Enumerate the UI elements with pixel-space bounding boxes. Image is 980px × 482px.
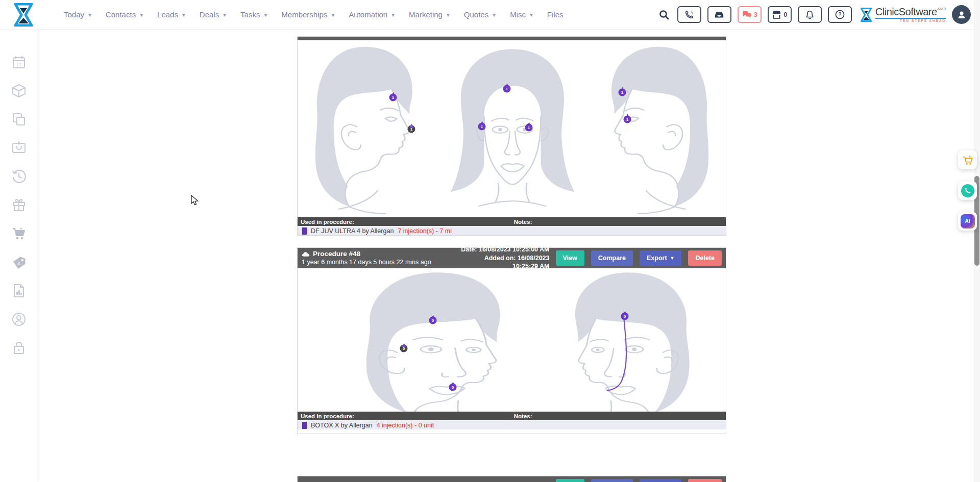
export-button[interactable]: Export▼ bbox=[640, 479, 682, 482]
help-button[interactable]: ? bbox=[828, 6, 852, 23]
chevron-down-icon: ▼ bbox=[87, 12, 92, 18]
nav-leads[interactable]: Leads▼ bbox=[157, 10, 186, 19]
compare-button[interactable]: Compare bbox=[591, 250, 633, 266]
injection-pin[interactable]: 1 bbox=[478, 123, 486, 131]
face-profile-right-image bbox=[584, 43, 726, 215]
store-icon bbox=[772, 10, 781, 19]
price-tag-icon[interactable]: $ bbox=[10, 253, 27, 270]
store-badge: 0 bbox=[783, 11, 787, 18]
chevron-down-icon: ▼ bbox=[222, 12, 227, 18]
phone-button[interactable] bbox=[677, 6, 701, 23]
procedure-card-48: Procedure #48 1 year 6 months 17 days 5 … bbox=[297, 247, 726, 434]
chevron-down-icon: ▼ bbox=[492, 12, 497, 18]
clinicsoftware-logo[interactable]: ClinicSoftware.com TEN STEPS AHEAD bbox=[860, 7, 946, 23]
notifications-button[interactable] bbox=[798, 6, 822, 23]
cart-icon[interactable] bbox=[10, 225, 27, 242]
injection-pin[interactable]: 0 bbox=[621, 313, 629, 320]
injection-pin[interactable]: 0 bbox=[429, 317, 437, 324]
nav-memberships[interactable]: Memberships▼ bbox=[281, 10, 335, 19]
injection-pin[interactable]: 0 bbox=[449, 384, 457, 391]
app-logo-hourglass-icon[interactable] bbox=[13, 3, 34, 27]
whatsapp-icon bbox=[961, 184, 974, 197]
nav-files[interactable]: Files bbox=[547, 10, 564, 19]
injection-pin[interactable]: 1 bbox=[389, 94, 397, 102]
calendar-icon[interactable]: 12 bbox=[10, 54, 27, 70]
copy-icon[interactable] bbox=[10, 111, 27, 128]
product-name: BOTOX X by Allergan bbox=[311, 422, 373, 429]
delete-button[interactable]: Delete bbox=[688, 479, 722, 482]
nav-automation[interactable]: Automation▼ bbox=[349, 10, 396, 19]
used-in-procedure-bar: Used in procedure: Notes: bbox=[298, 412, 726, 420]
floating-cart-button[interactable] bbox=[958, 150, 977, 169]
nav-contacts[interactable]: Contacts▼ bbox=[106, 10, 144, 19]
chevron-down-icon: ▼ bbox=[263, 12, 268, 18]
clinic-software-app: Today▼ Contacts▼ Leads▼ Deals▼ Tasks▼ Me… bbox=[0, 0, 980, 482]
cloud-icon bbox=[302, 251, 310, 257]
product-usage: 7 injection(s) - 7 ml bbox=[398, 227, 452, 235]
bell-icon bbox=[805, 10, 814, 19]
chevron-down-icon: ▼ bbox=[529, 12, 534, 18]
export-button[interactable]: Export▼ bbox=[640, 250, 682, 266]
chevron-down-icon: ▼ bbox=[446, 12, 451, 18]
injection-pin[interactable]: 1 bbox=[619, 89, 626, 96]
product-color-swatch bbox=[302, 227, 307, 235]
procedure-age: 1 year 6 months 17 days 5 hours 22 mins … bbox=[302, 259, 460, 267]
svg-text:12: 12 bbox=[16, 62, 21, 67]
user-avatar[interactable] bbox=[952, 5, 971, 24]
injection-pin-dark[interactable]: 1 bbox=[408, 125, 415, 133]
product-color-swatch bbox=[302, 422, 307, 429]
left-sidebar: 12 $ bbox=[0, 29, 37, 482]
face-threequarter-right-image bbox=[323, 268, 532, 412]
procedure-dates: Date: 16/08/2023 10:25:00 AM Added on: 1… bbox=[460, 245, 556, 271]
store-button[interactable]: 0 bbox=[768, 6, 792, 23]
nav-today[interactable]: Today▼ bbox=[64, 10, 92, 19]
compare-button[interactable]: Compare bbox=[591, 479, 633, 482]
face-diagram-area: 0 0 0 0 bbox=[298, 268, 726, 412]
report-icon[interactable] bbox=[10, 282, 27, 299]
nav-marketing[interactable]: Marketing▼ bbox=[409, 10, 451, 19]
chevron-down-icon: ▼ bbox=[330, 12, 335, 18]
face-diagram-area: 1 1 1 1 1 1 1 bbox=[298, 40, 726, 217]
face-threequarter-left-image bbox=[548, 268, 726, 412]
chat-button[interactable]: 3 bbox=[738, 6, 762, 23]
injection-pin-dark[interactable]: 0 bbox=[400, 345, 408, 352]
injection-pin[interactable]: 1 bbox=[624, 116, 631, 123]
ai-icon: AI bbox=[961, 214, 975, 229]
content-area: 1 1 1 1 1 1 1 Used in procedure: Notes: … bbox=[37, 29, 980, 482]
nav-deals[interactable]: Deals▼ bbox=[200, 10, 227, 19]
card-header: Procedure #1 Date: 10/08/2023 07:33:00 A… bbox=[298, 476, 726, 482]
view-button[interactable]: View bbox=[556, 250, 584, 266]
nav-quotes[interactable]: Quotes▼ bbox=[464, 10, 497, 19]
floating-ai-button[interactable]: AI bbox=[958, 212, 977, 231]
face-front-image bbox=[442, 43, 583, 215]
chat-badge: 3 bbox=[754, 11, 757, 18]
procedure-card-previous: 1 1 1 1 1 1 1 Used in procedure: Notes: … bbox=[297, 36, 726, 236]
chevron-down-icon: ▼ bbox=[670, 256, 675, 261]
inbox-button[interactable] bbox=[707, 6, 731, 23]
account-icon[interactable] bbox=[10, 311, 27, 327]
nav-misc[interactable]: Misc▼ bbox=[510, 10, 534, 19]
svg-text:?: ? bbox=[838, 12, 841, 17]
main-navigation: Today▼ Contacts▼ Leads▼ Deals▼ Tasks▼ Me… bbox=[64, 10, 564, 19]
injection-pin[interactable]: 1 bbox=[525, 124, 533, 132]
inbox-icon bbox=[714, 11, 724, 19]
chevron-down-icon: ▼ bbox=[139, 12, 144, 18]
chat-bubbles-icon bbox=[742, 11, 752, 19]
chevron-down-icon: ▼ bbox=[181, 12, 186, 18]
search-icon[interactable] bbox=[657, 8, 671, 22]
cube-icon[interactable] bbox=[10, 82, 27, 99]
history-icon[interactable] bbox=[10, 168, 27, 185]
order-basket-icon[interactable] bbox=[10, 139, 27, 156]
product-name: DF JUV ULTRA 4 by Allergan bbox=[311, 227, 394, 235]
delete-button[interactable]: Delete bbox=[688, 250, 722, 266]
chevron-down-icon: ▼ bbox=[390, 12, 396, 18]
lock-icon[interactable] bbox=[10, 339, 27, 356]
injection-pin[interactable]: 1 bbox=[503, 85, 511, 93]
person-icon bbox=[957, 10, 967, 20]
page-scrollbar bbox=[974, 0, 980, 482]
view-button[interactable]: View bbox=[556, 479, 584, 482]
gift-icon[interactable] bbox=[10, 196, 27, 213]
nav-tasks[interactable]: Tasks▼ bbox=[240, 10, 268, 19]
cart-icon bbox=[962, 155, 973, 165]
floating-whatsapp-button[interactable] bbox=[958, 181, 977, 200]
